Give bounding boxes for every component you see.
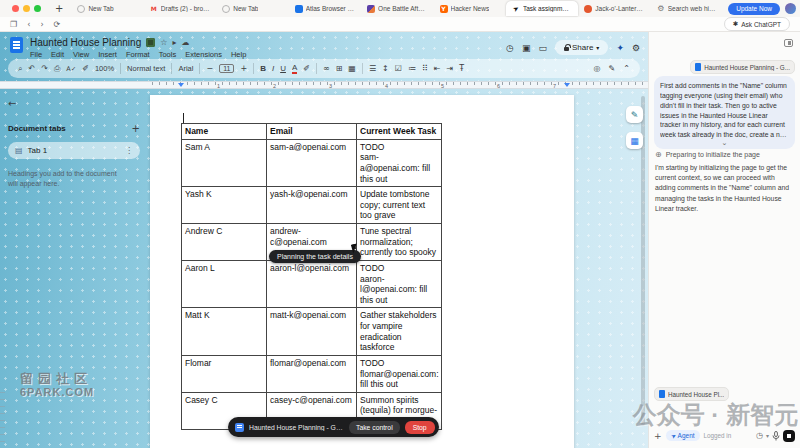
numbered-list-icon[interactable]: ⠿ — [422, 64, 428, 73]
text-color-button[interactable]: A — [292, 63, 297, 74]
expand-message-icon[interactable]: ⌄ — [722, 138, 728, 148]
cell-name[interactable]: Matt K — [182, 308, 267, 356]
menu-insert[interactable]: Insert — [98, 50, 117, 59]
new-tab-button[interactable]: + — [47, 3, 71, 14]
tab-new-tab-1[interactable]: New Tab — [71, 1, 143, 16]
video-call-icon[interactable]: ▭ — [538, 43, 547, 53]
cell-task[interactable]: TODO aaron-l@openai.com: fill this out — [357, 260, 442, 308]
table-row[interactable]: Matt K matt-k@openai.com Gather stakehol… — [182, 308, 442, 356]
highlight-button[interactable]: ✐ — [303, 64, 310, 73]
align-icon[interactable]: ☰ — [369, 64, 376, 73]
chevron-down-icon[interactable]: ▾ — [596, 44, 599, 51]
move-folder-icon[interactable]: ▸ — [172, 39, 176, 47]
menu-tools[interactable]: Tools — [159, 50, 177, 59]
insert-link-icon[interactable]: ∞ — [323, 64, 330, 73]
stop-generating-button[interactable] — [783, 430, 795, 442]
paragraph-style-select[interactable]: Normal text — [127, 64, 165, 73]
font-select[interactable]: Arial — [178, 64, 193, 73]
italic-button[interactable]: I — [272, 64, 274, 73]
cell-email[interactable]: sam-a@openai.com — [267, 139, 357, 187]
cell-name[interactable]: Andrew C — [182, 224, 267, 261]
panels-icon[interactable]: ❐ — [10, 20, 17, 29]
print-icon[interactable]: ⎙ — [54, 64, 60, 74]
cell-email[interactable]: aaron-l@openai.com — [267, 260, 357, 308]
zoom-window-button[interactable] — [34, 5, 41, 12]
spellcheck-icon[interactable]: A✓ — [66, 65, 76, 73]
menu-help[interactable]: Help — [231, 50, 246, 59]
ask-chatgpt-button[interactable]: ✱ Ask ChatGPT — [724, 17, 790, 31]
insert-image-icon[interactable]: ▦ — [348, 64, 356, 73]
document-page[interactable]: Name Email Current Week Task Sam A sam-a… — [150, 95, 574, 448]
table-row[interactable]: Aaron L aaron-l@openai.com TODO aaron-l@… — [182, 260, 442, 308]
agent-mode-toggle[interactable]: ➤ Agent — [666, 430, 700, 441]
reload-button[interactable]: ⟳ — [54, 20, 61, 29]
font-size-input[interactable]: 11 — [219, 64, 234, 73]
decrease-indent-icon[interactable]: ⇤ — [434, 64, 441, 73]
forward-button[interactable]: › — [40, 20, 43, 29]
microphone-icon[interactable] — [772, 431, 780, 441]
attach-plus-icon[interactable]: + — [654, 431, 662, 441]
increase-indent-icon[interactable]: ⇥ — [447, 64, 454, 73]
table-row[interactable]: Yash K yash-k@openai.com Update tombston… — [182, 187, 442, 224]
take-control-button[interactable]: Take control — [349, 421, 400, 434]
right-margin-marker[interactable] — [564, 83, 570, 87]
update-now-button[interactable]: Update Now — [728, 3, 780, 15]
profile-avatar[interactable] — [785, 3, 796, 14]
image-tool-button[interactable]: ▦ — [626, 132, 643, 149]
table-row[interactable]: Sam A sam-a@openai.com TODO sam-a@openai… — [182, 139, 442, 187]
cell-name[interactable]: Aaron L — [182, 260, 267, 308]
tab-new-tab-2[interactable]: New Tab — [216, 1, 288, 16]
tab-hacker-news[interactable]: Y Hacker News — [434, 1, 506, 16]
cell-task[interactable]: TODO sam-a@openai.com: fill this out — [357, 139, 442, 187]
menu-extensions[interactable]: Extensions — [185, 50, 222, 59]
font-size-increase[interactable]: + — [240, 64, 247, 73]
redo-icon[interactable]: ↷ — [41, 64, 48, 73]
tab-options-icon[interactable]: ⋮ — [125, 146, 133, 155]
window-controls[interactable] — [4, 5, 47, 12]
cell-task[interactable]: Tune spectral normalization; currently t… — [357, 224, 442, 261]
context-page-chip[interactable]: Haunted House Planning - G... — [690, 60, 795, 74]
tab-task-assignment-active[interactable]: ➤ Task assignment wo — [506, 1, 578, 16]
bulleted-list-icon[interactable]: ≔ — [408, 64, 416, 73]
tab-atlas-browser-core[interactable]: Atlas Browser Core F — [289, 1, 361, 16]
editing-mode-icon[interactable]: ✎ — [609, 64, 616, 73]
cell-task[interactable]: TODO flomar@openai.com: fill this out — [357, 355, 442, 392]
account-avatar[interactable]: ⚙ — [632, 43, 640, 53]
tab-jack-o-lantern[interactable]: Jack-o'-Lantern Stu — [578, 1, 650, 16]
close-window-button[interactable] — [12, 5, 19, 12]
header-name[interactable]: Name — [182, 124, 267, 140]
menu-file[interactable]: File — [30, 50, 42, 59]
undo-icon[interactable]: ↶ — [28, 64, 35, 73]
zoom-select[interactable]: 100% — [95, 64, 114, 73]
collapse-sidebar-icon[interactable] — [784, 39, 793, 47]
cell-email[interactable]: yash-k@openai.com — [267, 187, 357, 224]
paint-format-icon[interactable]: ✐ — [82, 64, 89, 73]
google-docs-icon[interactable] — [10, 37, 23, 53]
tab-one-battle-after[interactable]: One Battle After Ano — [361, 1, 433, 16]
left-margin-marker[interactable] — [178, 83, 184, 87]
table-row[interactable]: Flomar flomar@openai.com TODO flomar@ope… — [182, 355, 442, 392]
add-comment-icon[interactable]: ⊞ — [336, 64, 343, 73]
hide-menus-icon[interactable]: ⌃ — [623, 64, 630, 73]
menu-format[interactable]: Format — [126, 50, 150, 59]
minimize-window-button[interactable] — [23, 5, 30, 12]
cell-email[interactable]: flomar@openai.com — [267, 355, 357, 392]
menu-view[interactable]: View — [73, 50, 89, 59]
task-table[interactable]: Name Email Current Week Task Sam A sam-a… — [181, 123, 442, 430]
cell-task[interactable]: Update tombstone copy; current text too … — [357, 187, 442, 224]
share-button[interactable]: Share ▾ — [555, 40, 608, 55]
model-icon[interactable]: ◷ — [756, 431, 763, 440]
add-tab-icon[interactable]: + — [132, 123, 140, 134]
comments-icon[interactable]: ▣ — [522, 43, 531, 53]
cell-name[interactable]: Flomar — [182, 355, 267, 392]
version-history-icon[interactable]: ◷ — [506, 43, 514, 53]
underline-button[interactable]: U — [280, 64, 286, 73]
line-spacing-icon[interactable]: ↕ — [382, 64, 389, 73]
menus-search-icon[interactable]: ⌕ — [18, 64, 22, 74]
gemini-icon[interactable]: ✦ — [616, 43, 624, 53]
stop-agent-button[interactable]: Stop — [405, 421, 435, 434]
menu-edit[interactable]: Edit — [51, 50, 64, 59]
header-email[interactable]: Email — [267, 124, 357, 140]
bold-button[interactable]: B — [260, 64, 266, 73]
star-icon[interactable]: ☆ — [160, 39, 167, 47]
